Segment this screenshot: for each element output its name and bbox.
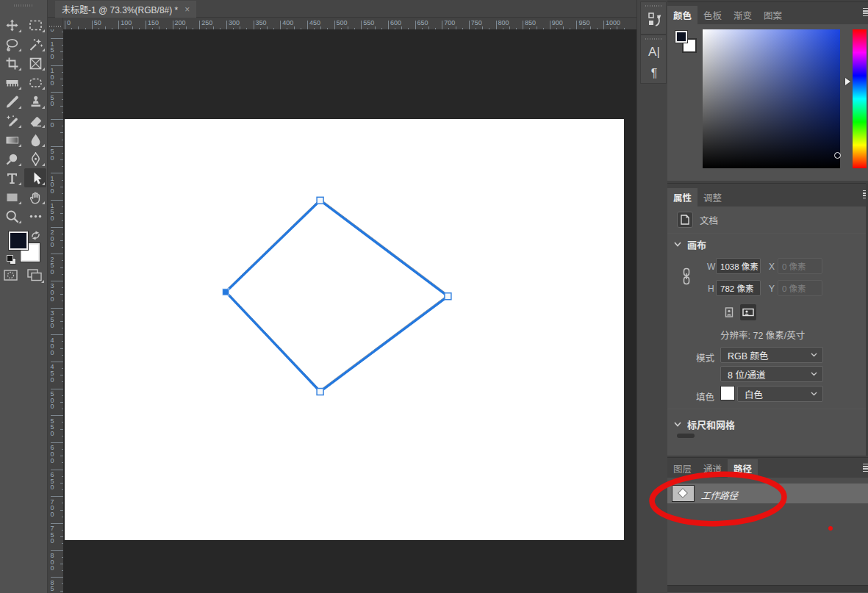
color-field-cursor[interactable] — [834, 152, 841, 159]
tab-channels[interactable]: 通道 — [697, 459, 728, 478]
portrait-orientation-button[interactable] — [721, 304, 737, 320]
color-mode-select[interactable]: RGB 颜色 — [720, 347, 823, 363]
properties-panel-group: 属性调整 文档 画布 W 1038 像素 X 0 像素 H 782 像素 — [667, 183, 868, 456]
toolbar-grip-handle[interactable] — [14, 4, 34, 7]
character-panel-icon[interactable]: A| — [641, 41, 667, 60]
document-tab[interactable]: 未标题-1 @ 73.3%(RGB/8#) * × — [55, 1, 196, 18]
tool-eraser-icon[interactable] — [24, 111, 46, 130]
y-input: 0 像素 — [778, 280, 822, 296]
tool-clone-stamp-icon[interactable] — [24, 92, 46, 111]
tab-close-icon[interactable]: × — [184, 4, 190, 15]
hue-slider-pointer[interactable] — [845, 78, 850, 85]
chevron-down-icon — [674, 242, 681, 247]
chevron-down-icon — [811, 392, 817, 396]
canvas-section-header[interactable]: 画布 — [674, 237, 706, 251]
screen-mode-button[interactable] — [27, 269, 43, 281]
tab-color[interactable]: 颜色 — [667, 6, 697, 24]
tool-gradient-icon[interactable] — [1, 130, 23, 149]
ruler-number: 250 — [49, 256, 56, 276]
quick-mask-button[interactable] — [4, 270, 18, 281]
tool-path-select-icon[interactable] — [24, 168, 46, 187]
ruler-number: 650 — [417, 20, 428, 26]
ruler-number: 450 — [309, 20, 320, 26]
tool-brush-icon[interactable] — [1, 92, 23, 111]
ruler-number: 100 — [49, 68, 56, 87]
tool-blur-drop-icon[interactable] — [24, 130, 46, 149]
tab-properties[interactable]: 属性 — [667, 188, 697, 206]
height-input[interactable]: 782 像素 — [716, 280, 761, 296]
link-dimensions-icon[interactable] — [682, 267, 691, 287]
tool-zoom-icon[interactable] — [1, 206, 23, 226]
tool-lasso-icon[interactable] — [1, 35, 23, 54]
tool-healing-patch-icon[interactable] — [24, 73, 46, 92]
ruler-number: 400 — [282, 20, 293, 26]
tool-frame-icon[interactable] — [24, 54, 46, 73]
fill-label: 填色 — [696, 389, 714, 403]
resolution-text: 分辨率: 72 像素/英寸 — [720, 328, 805, 342]
path-thumbnail[interactable] — [672, 485, 695, 502]
landscape-orientation-button[interactable] — [740, 304, 756, 320]
diamond-path-thumb-icon — [678, 488, 688, 498]
ruler-number: 950 — [578, 20, 589, 26]
paragraph-panel-icon[interactable]: ¶ — [641, 63, 667, 81]
default-colors-icon[interactable] — [7, 255, 17, 265]
tool-eyedropper-ruler-icon[interactable] — [1, 73, 23, 92]
saturation-brightness-field[interactable] — [703, 29, 840, 168]
width-input[interactable]: 1038 像素 — [716, 258, 761, 274]
y-label: Y — [769, 284, 775, 294]
panel-menu-icon[interactable] — [863, 464, 868, 472]
ruler-number: 600 — [390, 20, 401, 26]
ruler-number: 450 — [49, 364, 56, 383]
tab-paths[interactable]: 路径 — [728, 459, 758, 478]
tool-hand-icon[interactable] — [24, 187, 46, 206]
tool-shape-rect-icon[interactable] — [1, 187, 23, 206]
ruler-number: 700 — [444, 20, 455, 26]
ruler-number: 150 — [49, 203, 56, 222]
paths-panel-tabs: 图层通道路径 — [667, 457, 868, 478]
tab-adjustments[interactable]: 调整 — [697, 188, 728, 206]
tool-ellipsis-icon[interactable] — [24, 206, 46, 226]
ruler-number: 800 — [498, 20, 509, 26]
photoshop-window: 未标题-1 @ 73.3%(RGB/8#) * × 05010015020025… — [0, 0, 868, 593]
hue-slider[interactable] — [853, 29, 867, 168]
tool-move-icon[interactable] — [1, 15, 23, 35]
ruler-toggle-partial — [677, 434, 695, 438]
history-panel-icon[interactable] — [641, 11, 667, 31]
panel-foreground-swatch[interactable] — [675, 31, 687, 43]
tool-crop-icon[interactable] — [1, 54, 23, 73]
ruler-number: 1000 — [606, 20, 620, 26]
tool-type-icon[interactable] — [1, 168, 23, 187]
ruler-grid-section-header[interactable]: 标尺和网格 — [674, 417, 735, 431]
collapsed-group-type: A| ¶ — [640, 35, 667, 84]
vertical-ruler: 2001501005005010015020025030035040045050… — [48, 29, 63, 593]
ruler-number: 500 — [337, 20, 348, 26]
ruler-number: 750 — [49, 525, 56, 545]
ruler-number: 200 — [175, 20, 186, 26]
foreground-color-swatch[interactable] — [9, 231, 28, 250]
ruler-origin-corner[interactable] — [48, 18, 63, 29]
fill-color-select[interactable]: 白色 — [737, 386, 823, 402]
tab-swatches[interactable]: 色板 — [697, 6, 728, 24]
collapsed-group-history — [640, 1, 667, 35]
color-panel-group: 颜色色板渐变图案 — [667, 0, 868, 181]
tool-magic-wand-icon[interactable] — [24, 35, 46, 54]
swap-colors-icon[interactable] — [31, 230, 40, 240]
ruler-number: 150 — [148, 20, 159, 26]
work-path-row[interactable]: 工作路径 — [667, 484, 868, 503]
canvas[interactable] — [65, 119, 624, 540]
tool-pen-icon[interactable] — [24, 149, 46, 168]
collapsed-panel-strip: A| ¶ — [636, 0, 667, 593]
ruler-number: 50 — [49, 148, 56, 161]
tab-patterns[interactable]: 图案 — [758, 6, 788, 24]
mode-label: 模式 — [696, 351, 714, 364]
ruler-number: 550 — [49, 418, 56, 437]
bit-depth-select[interactable]: 8 位/通道 — [720, 366, 823, 382]
tab-layers[interactable]: 图层 — [667, 459, 697, 478]
fill-color-swatch[interactable] — [720, 386, 735, 400]
tool-history-brush-icon[interactable] — [1, 111, 23, 130]
panel-menu-icon[interactable] — [863, 8, 868, 16]
tool-dodge-icon[interactable] — [1, 149, 23, 168]
tool-bar — [0, 0, 48, 593]
tool-marquee-icon[interactable] — [24, 15, 46, 35]
tab-gradients[interactable]: 渐变 — [728, 6, 758, 24]
